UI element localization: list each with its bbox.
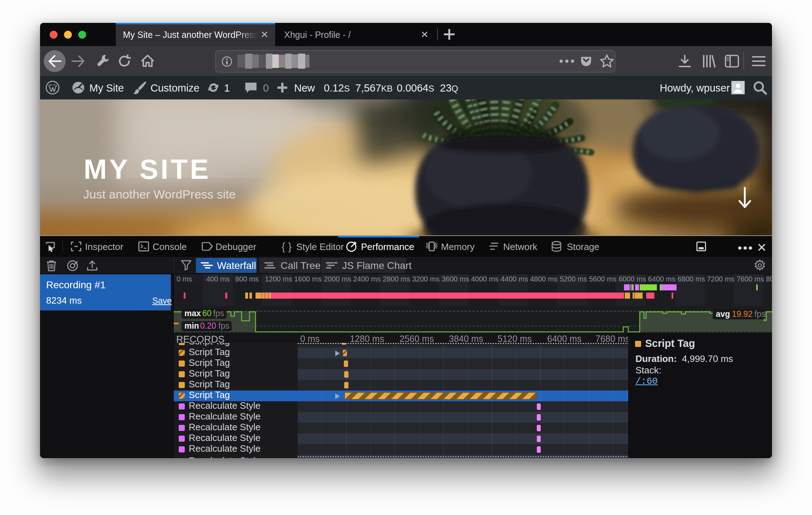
svg-text:fps: fps: [218, 321, 229, 330]
svg-text:0.20: 0.20: [200, 321, 216, 330]
svg-text:6400 ms: 6400 ms: [648, 275, 675, 283]
svg-text:7200 ms: 7200 ms: [707, 275, 734, 283]
svg-text:2800 ms: 2800 ms: [383, 275, 410, 283]
svg-text:2000 ms: 2000 ms: [324, 275, 351, 283]
svg-text:8000: 8000: [766, 275, 772, 283]
svg-text:19.92: 19.92: [732, 309, 753, 319]
svg-text:7600 ms: 7600 ms: [737, 275, 764, 283]
svg-text:fps: fps: [754, 309, 766, 319]
svg-text:max: max: [184, 309, 201, 318]
svg-text:6800 ms: 6800 ms: [678, 275, 705, 283]
svg-text:1200 ms: 1200 ms: [265, 275, 292, 283]
svg-text:3200 ms: 3200 ms: [412, 275, 440, 283]
svg-text:Just another WordPress site: Just another WordPress site: [83, 187, 236, 201]
svg-text:4000 ms: 4000 ms: [471, 275, 499, 283]
svg-text:fps: fps: [213, 309, 224, 318]
svg-text:6000 ms: 6000 ms: [619, 275, 646, 283]
svg-text:60: 60: [202, 309, 212, 318]
svg-text:5200 ms: 5200 ms: [560, 275, 587, 283]
svg-text:4400 ms: 4400 ms: [501, 275, 528, 283]
svg-text:min: min: [184, 321, 199, 330]
svg-text:1600 ms: 1600 ms: [294, 275, 322, 283]
svg-text:800 ms: 800 ms: [235, 275, 259, 283]
svg-text:3600 ms: 3600 ms: [442, 275, 469, 283]
svg-text:MY SITE: MY SITE: [84, 153, 211, 185]
svg-text:400 ms: 400 ms: [206, 275, 230, 283]
svg-text:5600 ms: 5600 ms: [589, 275, 617, 283]
svg-text:4800 ms: 4800 ms: [530, 275, 558, 283]
svg-text:2400 ms: 2400 ms: [353, 275, 381, 283]
svg-text:0 ms: 0 ms: [177, 275, 192, 283]
svg-text:avg: avg: [716, 309, 730, 319]
